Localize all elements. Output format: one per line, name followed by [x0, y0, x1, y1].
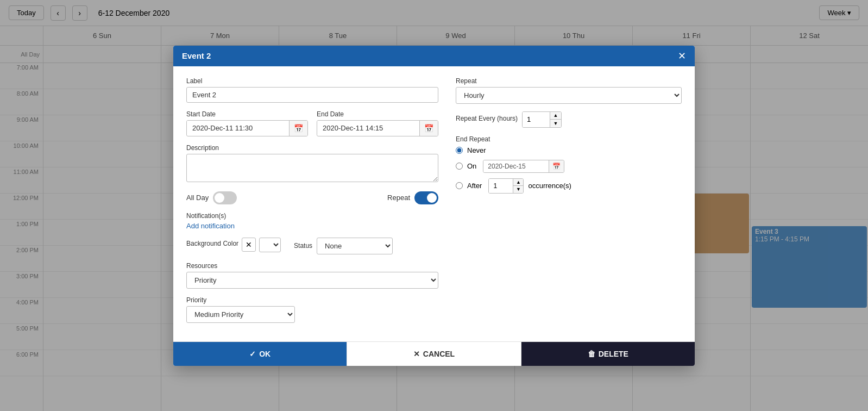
on-date-input-wrap: 📅 — [483, 160, 564, 173]
label-field-group: Label — [186, 77, 438, 103]
dialog-footer: ✓ OK ✕ CANCEL 🗑 DELETE — [173, 341, 695, 366]
start-date-label: Start Date — [186, 110, 308, 118]
dialog-overlay: Event 2 ✕ Label Start Date 📅 — [0, 0, 868, 411]
description-field-group: Description — [186, 144, 438, 184]
occurrences-input-wrap: ▲ ▼ occurrence(s) — [488, 178, 571, 194]
status-group: Status None Free Busy Tentative — [294, 238, 438, 254]
on-date-input[interactable] — [483, 160, 549, 172]
priority-select[interactable]: Low Priority Medium Priority High Priori… — [186, 306, 295, 323]
dialog-close-button[interactable]: ✕ — [678, 51, 686, 61]
start-date-input-wrap: 📅 — [186, 120, 308, 136]
description-label: Description — [186, 144, 438, 152]
dialog-header: Event 2 ✕ — [173, 46, 695, 66]
occurrences-up[interactable]: ▲ — [513, 179, 523, 186]
end-date-calendar-icon[interactable]: 📅 — [419, 121, 438, 136]
repeat-label: Repeat — [456, 77, 682, 85]
end-date-input[interactable] — [317, 121, 419, 135]
bg-color-group: Background Color ✕ — [186, 238, 281, 252]
end-repeat-after-radio[interactable] — [456, 182, 463, 189]
resources-select[interactable]: Priority — [186, 272, 438, 289]
delete-button[interactable]: 🗑 DELETE — [521, 342, 695, 366]
ok-button[interactable]: ✓ OK — [173, 342, 347, 366]
repeat-toggle[interactable] — [414, 191, 438, 204]
resources-section: Resources Priority — [186, 262, 438, 289]
occurrences-spinner: ▲ ▼ — [488, 178, 524, 194]
start-date-input[interactable] — [187, 121, 289, 135]
end-repeat-on-label[interactable]: On — [467, 162, 476, 170]
end-date-label: End Date — [317, 110, 438, 118]
delete-label: DELETE — [599, 350, 628, 358]
ok-label: OK — [259, 350, 271, 358]
cancel-icon: ✕ — [413, 350, 420, 358]
delete-icon: 🗑 — [588, 350, 595, 358]
dialog-left-panel: Label Start Date 📅 End Date — [186, 77, 438, 331]
bg-color-label: Background Color — [186, 240, 238, 247]
end-repeat-options: Never On 📅 — [456, 146, 682, 194]
repeat-every-row: Repeat Every (hours) ▲ ▼ — [456, 111, 682, 128]
end-repeat-after-label[interactable]: After — [467, 182, 482, 190]
end-repeat-section: End Repeat Never On — [456, 135, 682, 194]
status-label: Status — [294, 242, 312, 250]
dates-row: Start Date 📅 End Date 📅 — [186, 110, 438, 136]
priority-label: Priority — [186, 296, 438, 304]
notifications-section: Notification(s) Add notification — [186, 212, 438, 230]
description-textarea[interactable] — [186, 154, 438, 182]
all-day-label: All Day — [186, 194, 209, 202]
all-day-slider — [213, 191, 237, 204]
repeat-select[interactable]: Never Daily Weekly Monthly Yearly Hourly — [456, 87, 682, 104]
all-day-toggle-group: All Day — [186, 191, 237, 204]
cancel-button[interactable]: ✕ CANCEL — [347, 342, 521, 366]
start-date-calendar-icon[interactable]: 📅 — [289, 121, 307, 136]
end-repeat-after-row: After ▲ ▼ occurrence(s) — [456, 178, 682, 194]
repeat-every-input[interactable] — [523, 112, 550, 127]
bg-color-swatch[interactable]: ✕ — [242, 238, 256, 252]
end-repeat-never-label[interactable]: Never — [467, 146, 486, 154]
event-dialog: Event 2 ✕ Label Start Date 📅 — [173, 46, 695, 366]
ok-icon: ✓ — [249, 350, 256, 358]
end-date-field: End Date 📅 — [317, 110, 438, 136]
all-day-toggle[interactable] — [213, 191, 237, 204]
repeat-every-spinner: ▲ ▼ — [522, 111, 562, 128]
label-field-label: Label — [186, 77, 438, 85]
occurrences-down[interactable]: ▼ — [513, 186, 523, 193]
end-date-input-wrap: 📅 — [317, 120, 438, 136]
repeat-every-buttons: ▲ ▼ — [550, 112, 561, 127]
occurrences-buttons: ▲ ▼ — [513, 179, 523, 193]
start-date-field: Start Date 📅 — [186, 110, 308, 136]
end-repeat-never-row: Never — [456, 146, 682, 154]
end-repeat-never-radio[interactable] — [456, 147, 463, 154]
dialog-title: Event 2 — [182, 51, 211, 60]
end-repeat-label: End Repeat — [456, 135, 682, 143]
bg-color-select[interactable] — [259, 238, 281, 252]
notifications-label: Notification(s) — [186, 212, 438, 220]
status-select[interactable]: None Free Busy Tentative — [317, 238, 393, 254]
repeat-every-label: Repeat Every (hours) — [456, 115, 518, 122]
add-notification-link[interactable]: Add notification — [186, 222, 235, 230]
repeat-row: Repeat Never Daily Weekly Monthly Yearly… — [456, 77, 682, 104]
repeat-toggle-label: Repeat — [387, 194, 410, 202]
repeat-every-up[interactable]: ▲ — [550, 112, 561, 120]
repeat-slider — [414, 191, 438, 204]
status-row-inner: Status None Free Busy Tentative — [294, 238, 438, 254]
cancel-label: CANCEL — [423, 350, 455, 358]
priority-section: Priority Low Priority Medium Priority Hi… — [186, 296, 438, 323]
dialog-right-panel: Repeat Never Daily Weekly Monthly Yearly… — [456, 77, 682, 331]
label-input[interactable] — [186, 87, 438, 103]
dialog-body: Label Start Date 📅 End Date — [173, 66, 695, 341]
repeat-toggle-group: Repeat — [387, 191, 438, 204]
resources-label: Resources — [186, 262, 438, 270]
occurrences-label: occurrence(s) — [528, 182, 571, 190]
repeat-every-down[interactable]: ▼ — [550, 120, 561, 127]
toggles-row: All Day Repeat — [186, 191, 438, 204]
on-date-calendar-icon[interactable]: 📅 — [549, 160, 564, 172]
end-repeat-on-radio[interactable] — [456, 163, 463, 170]
occurrences-input[interactable] — [489, 179, 513, 193]
end-repeat-on-row: On 📅 — [456, 160, 682, 173]
bg-status-row: Background Color ✕ Status None — [186, 238, 438, 254]
bg-color-x-icon: ✕ — [246, 240, 252, 249]
